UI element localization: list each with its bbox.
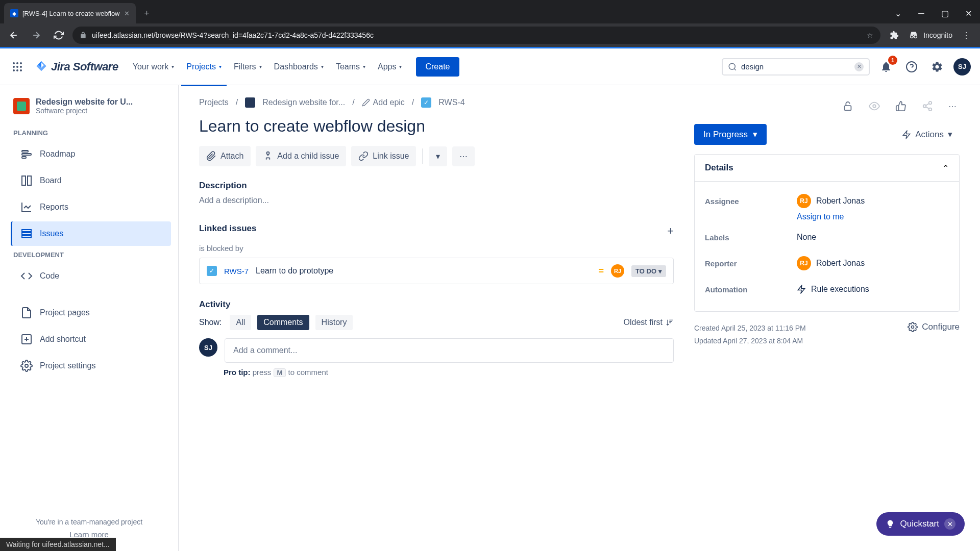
nav-projects[interactable]: Projects▾ (181, 58, 227, 76)
tabs-overview-icon[interactable]: ⌄ (886, 3, 910, 23)
board-icon (20, 174, 33, 187)
add-child-button[interactable]: Add a child issue (256, 146, 346, 166)
back-button[interactable] (5, 27, 22, 44)
close-tab-icon[interactable]: ✕ (124, 10, 130, 17)
svg-point-25 (873, 105, 876, 108)
create-button[interactable]: Create (416, 57, 459, 77)
sidebar-item-code[interactable]: Code (12, 264, 171, 288)
configure-button[interactable]: Configure (908, 322, 960, 332)
issue-title[interactable]: Learn to create webflow design (199, 117, 674, 136)
automation-value[interactable]: Rule executions (797, 285, 869, 294)
forward-button[interactable] (28, 27, 45, 44)
link-dropdown[interactable]: ▾ (429, 146, 447, 166)
minimize-icon[interactable]: ─ (910, 3, 933, 23)
roadmap-icon (20, 148, 33, 160)
svg-point-4 (20, 62, 22, 64)
created-timestamp: Created April 25, 2023 at 11:16 PM (694, 322, 806, 335)
svg-rect-24 (845, 106, 851, 110)
incognito-badge[interactable]: Incognito (908, 30, 952, 41)
svg-point-5 (13, 66, 15, 68)
nav-your-work[interactable]: Your work▾ (128, 58, 180, 76)
svg-point-8 (13, 69, 15, 71)
settings-icon[interactable] (928, 58, 946, 76)
browser-menu-icon[interactable]: ⋮ (958, 27, 975, 44)
close-window-icon[interactable]: ✕ (957, 3, 980, 23)
help-icon[interactable] (902, 58, 921, 76)
jira-favicon: ◆ (10, 9, 18, 17)
labels-value[interactable]: None (797, 233, 816, 242)
linked-issue-row[interactable]: ✓ RWS-7 Learn to do prototype = RJ TO DO… (199, 258, 674, 284)
search-box[interactable]: ✕ (722, 58, 870, 76)
chevron-down-icon: ▾ (436, 152, 440, 161)
add-linked-issue-button[interactable]: + (667, 224, 674, 238)
sidebar-item-project-settings[interactable]: Project settings (12, 354, 171, 378)
svg-point-10 (20, 69, 22, 71)
clear-search-icon[interactable]: ✕ (854, 62, 864, 71)
like-icon[interactable] (892, 97, 910, 115)
svg-point-27 (923, 105, 926, 108)
link-issue-button[interactable]: Link issue (351, 146, 416, 166)
tab-history[interactable]: History (315, 315, 353, 330)
new-tab-button[interactable]: + (140, 6, 154, 20)
linked-issue-key[interactable]: RWS-7 (224, 267, 249, 276)
browser-tab-strip: ◆ [RWS-4] Learn to create webflow ✕ + ⌄ … (0, 0, 980, 23)
more-actions-button[interactable]: ⋯ (452, 146, 475, 166)
tab-comments[interactable]: Comments (257, 315, 309, 330)
comment-input[interactable]: Add a comment... (225, 338, 674, 363)
sidebar-item-roadmap[interactable]: Roadmap (12, 142, 171, 166)
search-input[interactable] (741, 62, 850, 71)
sidebar-item-issues[interactable]: Issues (11, 221, 171, 246)
linked-status-badge[interactable]: TO DO ▾ (631, 265, 666, 277)
sidebar-item-project-pages[interactable]: Project pages (12, 300, 171, 325)
linked-issue-summary: Learn to do prototype (256, 266, 591, 276)
project-header[interactable]: Redesign website for U... Software proje… (5, 97, 173, 125)
task-type-icon: ✓ (207, 266, 217, 276)
maximize-icon[interactable]: ▢ (933, 3, 957, 23)
nav-apps[interactable]: Apps▾ (373, 58, 407, 76)
breadcrumb-projects[interactable]: Projects (199, 98, 229, 107)
chevron-down-icon: ▾ (259, 64, 262, 69)
issue-more-icon[interactable]: ⋯ (945, 98, 960, 114)
breadcrumb-issue-key[interactable]: RWS-4 (438, 98, 464, 107)
nav-dashboards[interactable]: Dashboards▾ (269, 58, 329, 76)
sidebar-item-board[interactable]: Board (12, 168, 171, 193)
bookmark-icon[interactable]: ☆ (867, 31, 873, 39)
svg-point-23 (267, 152, 270, 155)
breadcrumb-project[interactable]: Redesign website for... (262, 98, 345, 107)
sidebar-item-reports[interactable]: Reports (12, 195, 171, 219)
details-toggle[interactable]: Details ⌃ (695, 155, 959, 182)
add-epic-button[interactable]: Add epic (362, 98, 405, 107)
share-icon[interactable] (919, 97, 936, 115)
user-avatar[interactable]: SJ (953, 58, 971, 76)
linked-issues-label: Linked issues (199, 223, 256, 234)
browser-tab[interactable]: ◆ [RWS-4] Learn to create webflow ✕ (4, 3, 136, 23)
pencil-icon (362, 98, 370, 107)
quickstart-button[interactable]: Quickstart ✕ (876, 512, 965, 536)
watch-icon[interactable] (866, 97, 883, 115)
url-bar[interactable]: uifeed.atlassian.net/browse/RWS-4?search… (72, 27, 880, 44)
jira-logo[interactable]: Jira Software (35, 60, 118, 73)
svg-rect-16 (22, 176, 26, 185)
gear-icon (20, 360, 33, 372)
reload-button[interactable] (50, 27, 67, 44)
notifications-icon[interactable]: 1 (877, 58, 895, 76)
quickstart-close-icon[interactable]: ✕ (944, 518, 955, 530)
sidebar-item-add-shortcut[interactable]: Add shortcut (12, 327, 171, 352)
assign-to-me-link[interactable]: Assign to me (797, 212, 949, 221)
sidebar-footer-text: You're in a team-managed project (12, 518, 166, 526)
tab-all[interactable]: All (230, 315, 251, 330)
nav-filters[interactable]: Filters▾ (229, 58, 267, 76)
nav-teams[interactable]: Teams▾ (331, 58, 371, 76)
attach-button[interactable]: Attach (199, 146, 251, 166)
actions-dropdown[interactable]: Actions ▾ (895, 124, 960, 145)
app-switcher-icon[interactable] (9, 59, 26, 75)
extensions-icon[interactable] (886, 27, 903, 44)
chevron-down-icon: ▾ (219, 64, 222, 69)
status-dropdown[interactable]: In Progress ▾ (694, 124, 767, 145)
reporter-value[interactable]: RJ Robert Jonas (797, 256, 865, 270)
lock-icon[interactable] (839, 97, 856, 115)
assignee-value[interactable]: RJ Robert Jonas (797, 194, 865, 208)
sort-button[interactable]: Oldest first (624, 318, 674, 327)
description-field[interactable]: Add a description... (199, 196, 674, 205)
url-text: uifeed.atlassian.net/browse/RWS-4?search… (92, 31, 862, 39)
